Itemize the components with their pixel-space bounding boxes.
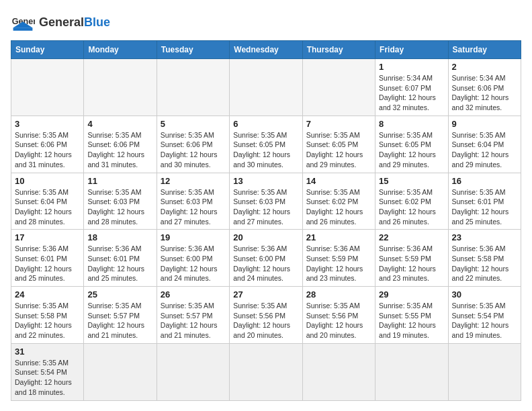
day-number: 12 [161,176,226,186]
calendar-day-cell: 7Sunrise: 5:35 AM Sunset: 6:05 PM Daylig… [302,116,375,173]
day-info: Sunrise: 5:35 AM Sunset: 5:54 PM Dayligh… [15,358,80,398]
day-info: Sunrise: 5:36 AM Sunset: 5:58 PM Dayligh… [452,244,517,283]
day-info: Sunrise: 5:36 AM Sunset: 6:00 PM Dayligh… [161,244,226,283]
calendar-day-cell: 22Sunrise: 5:36 AM Sunset: 5:59 PM Dayli… [375,230,448,287]
calendar-day-cell: 12Sunrise: 5:35 AM Sunset: 6:03 PM Dayli… [157,173,229,230]
calendar-day-cell [84,59,157,116]
day-number: 29 [379,289,444,300]
calendar-day-cell [375,343,448,400]
day-number: 19 [161,232,226,242]
day-number: 23 [452,232,517,242]
calendar-day-cell [230,343,302,400]
day-info: Sunrise: 5:35 AM Sunset: 6:05 PM Dayligh… [306,130,371,170]
day-number: 16 [452,176,517,186]
day-info: Sunrise: 5:35 AM Sunset: 6:04 PM Dayligh… [15,187,80,227]
calendar-day-cell: 10Sunrise: 5:35 AM Sunset: 6:04 PM Dayli… [11,173,84,230]
calendar-day-cell: 3Sunrise: 5:35 AM Sunset: 6:06 PM Daylig… [11,116,84,173]
calendar-day-cell [157,59,229,116]
day-number: 21 [306,232,371,242]
calendar-day-cell: 27Sunrise: 5:35 AM Sunset: 5:56 PM Dayli… [230,287,302,344]
day-number: 30 [452,289,517,300]
weekday-header-saturday: Saturday [448,41,521,59]
day-number: 1 [379,62,444,72]
day-number: 18 [87,232,152,242]
day-info: Sunrise: 5:35 AM Sunset: 5:58 PM Dayligh… [15,301,80,340]
day-number: 26 [161,289,226,300]
day-info: Sunrise: 5:36 AM Sunset: 6:00 PM Dayligh… [233,244,298,283]
day-number: 8 [379,119,444,129]
calendar-day-cell: 6Sunrise: 5:35 AM Sunset: 6:05 PM Daylig… [230,116,302,173]
weekday-header-friday: Friday [375,41,448,59]
day-number: 7 [306,119,371,129]
calendar-day-cell: 9Sunrise: 5:35 AM Sunset: 6:04 PM Daylig… [448,116,521,173]
calendar-day-cell: 25Sunrise: 5:35 AM Sunset: 5:57 PM Dayli… [84,287,157,344]
day-info: Sunrise: 5:35 AM Sunset: 5:56 PM Dayligh… [233,301,298,340]
day-info: Sunrise: 5:35 AM Sunset: 6:06 PM Dayligh… [161,130,226,170]
day-info: Sunrise: 5:36 AM Sunset: 6:01 PM Dayligh… [87,244,152,283]
calendar-day-cell [84,343,157,400]
calendar-day-cell [11,59,84,116]
calendar-week-row: 1Sunrise: 5:34 AM Sunset: 6:07 PM Daylig… [11,59,521,116]
day-info: Sunrise: 5:35 AM Sunset: 6:04 PM Dayligh… [452,130,517,170]
calendar-day-cell: 2Sunrise: 5:34 AM Sunset: 6:06 PM Daylig… [448,59,521,116]
day-info: Sunrise: 5:35 AM Sunset: 5:56 PM Dayligh… [306,301,371,340]
calendar-body: 1Sunrise: 5:34 AM Sunset: 6:07 PM Daylig… [11,59,521,401]
day-info: Sunrise: 5:35 AM Sunset: 6:05 PM Dayligh… [379,130,444,170]
day-info: Sunrise: 5:35 AM Sunset: 6:02 PM Dayligh… [306,187,371,227]
weekday-header-sunday: Sunday [11,41,84,59]
day-info: Sunrise: 5:36 AM Sunset: 5:59 PM Dayligh… [306,244,371,283]
calendar-day-cell: 20Sunrise: 5:36 AM Sunset: 6:00 PM Dayli… [230,230,302,287]
day-number: 13 [233,176,298,186]
day-number: 24 [15,289,80,300]
day-info: Sunrise: 5:35 AM Sunset: 5:54 PM Dayligh… [452,301,517,340]
calendar-day-cell [157,343,229,400]
day-number: 15 [379,176,444,186]
weekday-header-tuesday: Tuesday [157,41,229,59]
calendar-day-cell: 13Sunrise: 5:35 AM Sunset: 6:03 PM Dayli… [230,173,302,230]
calendar-day-cell: 31Sunrise: 5:35 AM Sunset: 5:54 PM Dayli… [11,343,84,400]
calendar-week-row: 3Sunrise: 5:35 AM Sunset: 6:06 PM Daylig… [11,116,521,173]
calendar-day-cell: 19Sunrise: 5:36 AM Sunset: 6:00 PM Dayli… [157,230,229,287]
calendar-week-row: 24Sunrise: 5:35 AM Sunset: 5:58 PM Dayli… [11,287,521,344]
day-number: 27 [233,289,298,300]
logo: General GeneralBlue [11,11,110,35]
day-number: 20 [233,232,298,242]
calendar-table: SundayMondayTuesdayWednesdayThursdayFrid… [11,40,521,401]
calendar-day-cell: 21Sunrise: 5:36 AM Sunset: 5:59 PM Dayli… [302,230,375,287]
calendar-week-row: 17Sunrise: 5:36 AM Sunset: 6:01 PM Dayli… [11,230,521,287]
day-info: Sunrise: 5:35 AM Sunset: 6:03 PM Dayligh… [233,187,298,227]
day-info: Sunrise: 5:35 AM Sunset: 5:57 PM Dayligh… [161,301,226,340]
calendar-day-cell: 8Sunrise: 5:35 AM Sunset: 6:05 PM Daylig… [375,116,448,173]
calendar-day-cell: 18Sunrise: 5:36 AM Sunset: 6:01 PM Dayli… [84,230,157,287]
svg-rect-2 [13,28,33,31]
day-info: Sunrise: 5:35 AM Sunset: 5:55 PM Dayligh… [379,301,444,340]
calendar-day-cell [448,343,521,400]
day-number: 28 [306,289,371,300]
day-info: Sunrise: 5:34 AM Sunset: 6:06 PM Dayligh… [452,73,517,113]
calendar-day-cell: 4Sunrise: 5:35 AM Sunset: 6:06 PM Daylig… [84,116,157,173]
day-number: 6 [233,119,298,129]
calendar-day-cell: 30Sunrise: 5:35 AM Sunset: 5:54 PM Dayli… [448,287,521,344]
day-number: 14 [306,176,371,186]
calendar-day-cell: 5Sunrise: 5:35 AM Sunset: 6:06 PM Daylig… [157,116,229,173]
calendar-day-cell: 28Sunrise: 5:35 AM Sunset: 5:56 PM Dayli… [302,287,375,344]
day-info: Sunrise: 5:35 AM Sunset: 6:05 PM Dayligh… [233,130,298,170]
calendar-day-cell: 23Sunrise: 5:36 AM Sunset: 5:58 PM Dayli… [448,230,521,287]
day-number: 5 [161,119,226,129]
calendar-day-cell [302,343,375,400]
page-header: General GeneralBlue [11,11,521,35]
day-number: 11 [87,176,152,186]
logo-text: GeneralBlue [39,16,110,30]
day-info: Sunrise: 5:36 AM Sunset: 6:01 PM Dayligh… [15,244,80,283]
calendar-day-cell: 15Sunrise: 5:35 AM Sunset: 6:02 PM Dayli… [375,173,448,230]
day-info: Sunrise: 5:35 AM Sunset: 6:02 PM Dayligh… [379,187,444,227]
weekday-header-wednesday: Wednesday [230,41,302,59]
calendar-week-row: 31Sunrise: 5:35 AM Sunset: 5:54 PM Dayli… [11,343,521,400]
calendar-day-cell: 11Sunrise: 5:35 AM Sunset: 6:03 PM Dayli… [84,173,157,230]
day-number: 25 [87,289,152,300]
calendar-day-cell: 1Sunrise: 5:34 AM Sunset: 6:07 PM Daylig… [375,59,448,116]
calendar-day-cell [302,59,375,116]
weekday-header-row: SundayMondayTuesdayWednesdayThursdayFrid… [11,41,521,59]
calendar-week-row: 10Sunrise: 5:35 AM Sunset: 6:04 PM Dayli… [11,173,521,230]
day-info: Sunrise: 5:35 AM Sunset: 6:06 PM Dayligh… [15,130,80,170]
